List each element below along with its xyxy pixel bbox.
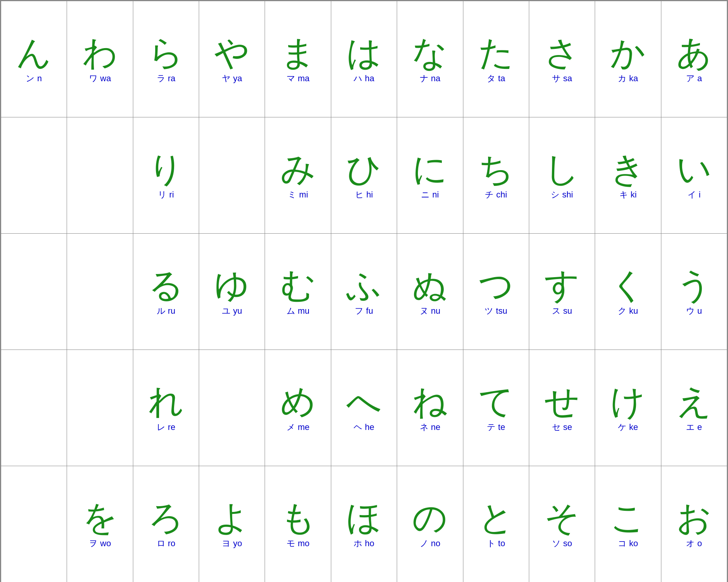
katakana-roman: ル ru <box>157 305 176 317</box>
kana-cell: めメ me <box>265 350 331 466</box>
hiragana: に <box>412 152 448 187</box>
kana-cell: みミ mi <box>265 117 331 234</box>
hiragana: の <box>412 501 448 535</box>
katakana-roman: タ ta <box>487 73 505 84</box>
hiragana: お <box>676 501 712 535</box>
katakana-roman: ヒ hi <box>355 189 373 201</box>
kana-cell <box>67 350 133 466</box>
katakana-roman: テ te <box>487 421 505 433</box>
katakana-roman: ミ mi <box>288 189 308 201</box>
kana-cell <box>1 350 67 466</box>
kana-cell: らラ ra <box>133 1 199 117</box>
kana-cell: まマ ma <box>265 1 331 117</box>
kana-cell: るル ru <box>133 234 199 350</box>
katakana-roman: カ ka <box>618 73 638 84</box>
hiragana: す <box>544 268 580 303</box>
kana-cell: くク ku <box>595 234 661 350</box>
kana-cell <box>1 466 67 582</box>
katakana-roman: ア a <box>686 73 702 84</box>
katakana-roman: ロ ro <box>157 538 176 549</box>
katakana-roman: ト to <box>487 538 505 549</box>
katakana-roman: ニ ni <box>421 189 439 201</box>
kana-cell: んン n <box>1 1 67 117</box>
kana-cell: ほホ ho <box>331 466 397 582</box>
katakana-roman: ツ tsu <box>485 305 507 317</box>
hiragana: む <box>280 268 316 303</box>
hiragana: や <box>214 36 250 70</box>
katakana-roman: リ ri <box>158 189 174 201</box>
katakana-roman: フ fu <box>355 305 373 317</box>
katakana-roman: ホ ho <box>354 538 374 549</box>
hiragana: ち <box>478 152 514 187</box>
kana-cell: へヘ he <box>331 350 397 466</box>
hiragana: き <box>610 152 646 187</box>
hiragana: い <box>676 152 712 187</box>
hiragana: さ <box>544 36 580 70</box>
kana-cell: かカ ka <box>595 1 661 117</box>
katakana-roman: ケ ke <box>618 421 638 433</box>
kana-cell: よヨ yo <box>199 466 265 582</box>
kana-cell: ゆユ yu <box>199 234 265 350</box>
kana-cell: やヤ ya <box>199 1 265 117</box>
kana-cell: ひヒ hi <box>331 117 397 234</box>
hiragana: か <box>610 36 646 70</box>
hiragana: し <box>544 152 580 187</box>
hiragana: ま <box>280 36 316 70</box>
hiragana: ひ <box>346 152 382 187</box>
katakana-roman: ソ so <box>552 538 572 549</box>
katakana-roman: オ o <box>686 538 702 549</box>
kana-cell: もモ mo <box>265 466 331 582</box>
katakana-roman: シ shi <box>551 189 573 201</box>
katakana-roman: ヘ he <box>354 421 374 433</box>
kana-cell <box>199 350 265 466</box>
hiragana: わ <box>82 36 118 70</box>
hiragana: れ <box>148 385 184 419</box>
katakana-roman: ノ no <box>420 538 441 549</box>
kana-cell: うウ u <box>661 234 727 350</box>
hiragana: ん <box>16 36 52 70</box>
katakana-roman: ン n <box>26 73 42 84</box>
hiragana: ほ <box>346 501 382 535</box>
kana-cell: ねネ ne <box>397 350 463 466</box>
kana-cell: れレ re <box>133 350 199 466</box>
kana-cell: とト to <box>463 466 529 582</box>
kana-cell: せセ se <box>529 350 595 466</box>
kana-cell: をヲ wo <box>67 466 133 582</box>
katakana-roman: ヤ ya <box>222 73 242 84</box>
katakana-roman: コ ko <box>618 538 638 549</box>
hiragana: け <box>610 385 646 419</box>
katakana-roman: ム mu <box>287 305 310 317</box>
katakana-roman: マ ma <box>287 73 310 84</box>
kana-chart: んン nわワ waらラ raやヤ yaまマ maはハ haなナ naたタ taさ… <box>0 0 728 582</box>
kana-cell: こコ ko <box>595 466 661 582</box>
kana-cell <box>1 234 67 350</box>
hiragana: ね <box>412 385 448 419</box>
hiragana: ふ <box>346 268 382 303</box>
hiragana: え <box>676 385 712 419</box>
hiragana: を <box>82 501 118 535</box>
hiragana: ろ <box>148 501 184 535</box>
kana-cell: そソ so <box>529 466 595 582</box>
kana-cell: すス su <box>529 234 595 350</box>
hiragana: て <box>478 385 514 419</box>
katakana-roman: モ mo <box>287 538 310 549</box>
katakana-roman: ユ yu <box>222 305 242 317</box>
katakana-roman: ス su <box>552 305 572 317</box>
kana-cell: りリ ri <box>133 117 199 234</box>
kana-cell: あア a <box>661 1 727 117</box>
hiragana: な <box>412 36 448 70</box>
kana-cell: なナ na <box>397 1 463 117</box>
katakana-roman: チ chi <box>485 189 507 201</box>
hiragana: あ <box>676 36 712 70</box>
hiragana: つ <box>478 268 514 303</box>
katakana-roman: キ ki <box>619 189 637 201</box>
hiragana: ぬ <box>412 268 448 303</box>
hiragana: も <box>280 501 316 535</box>
katakana-roman: イ i <box>688 189 701 201</box>
katakana-roman: ナ na <box>420 73 441 84</box>
katakana-roman: レ re <box>157 421 176 433</box>
kana-cell: ろロ ro <box>133 466 199 582</box>
katakana-roman: ネ ne <box>420 421 441 433</box>
katakana-roman: ヨ yo <box>222 538 242 549</box>
hiragana: る <box>148 268 184 303</box>
